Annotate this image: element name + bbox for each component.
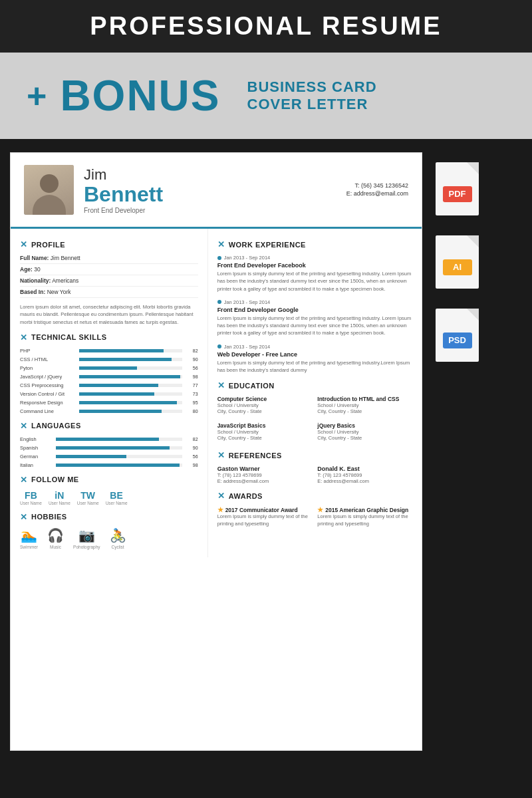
- lang-pct: 98: [185, 463, 198, 467]
- social-item: BE User Name: [106, 490, 128, 505]
- hobby-item: 📷 Pohotography: [73, 527, 100, 549]
- ref-phone: T: (78) 123 4578699: [217, 472, 313, 478]
- avatar-image: [24, 165, 74, 215]
- skills-section-header: ✕ Technical Skills: [20, 332, 198, 342]
- lang-bar-fill: [56, 455, 126, 458]
- ref-email: E: address@email.com: [217, 478, 313, 484]
- lang-bar: [56, 438, 182, 441]
- edu-location: City, Country - State: [217, 435, 313, 441]
- skill-bar: [79, 401, 182, 404]
- edu-entry: Computer Science School / University Cit…: [217, 396, 313, 414]
- hobby-label: Swimmer: [20, 545, 38, 549]
- skill-name: Responsive Design: [20, 400, 76, 406]
- resume-header: Jim Bennett Front End Developer T: (56) …: [11, 153, 422, 229]
- skill-item: Responsive Design 95: [20, 400, 198, 406]
- languages-x-icon: ✕: [20, 421, 27, 431]
- hobby-icon: 🚴: [110, 527, 126, 543]
- name-first: Jim: [84, 166, 336, 184]
- bonus-text: BONUS: [60, 71, 220, 120]
- skill-item: PHP 82: [20, 348, 198, 354]
- award-title: ★ 2015 American Graphic Design: [317, 506, 412, 513]
- follow-title: Follow Me: [31, 475, 79, 483]
- social-label: User Name: [106, 501, 128, 505]
- social-icon: FB: [20, 490, 42, 501]
- social-icon: iN: [49, 490, 70, 501]
- work-x-icon: ✕: [217, 239, 225, 249]
- skill-pct: 77: [185, 383, 198, 388]
- work-dot: [217, 256, 221, 260]
- lang-name: German: [20, 454, 53, 460]
- edu-entry: Introduction to HTML and CSS School / Un…: [317, 396, 412, 414]
- lang-pct: 56: [185, 454, 198, 459]
- social-row: FB User Name iN User Name TW User Name B…: [20, 490, 198, 505]
- hobby-label: Cyclist: [110, 545, 126, 549]
- hobby-row: 🏊 Swimmer 🎧 Music 📷 Pohotography 🚴 Cycli…: [20, 527, 198, 549]
- bonus-line1: BUSINESS CARD: [247, 78, 377, 96]
- skills-x-icon: ✕: [20, 332, 27, 342]
- hobby-item: 🏊 Swimmer: [20, 527, 38, 549]
- skill-item: CSS / HTML 90: [20, 356, 198, 362]
- pdf-badge: PDF: [443, 186, 472, 202]
- work-entry: Jan 2013 - Sep 2014 Web Developer - Free…: [217, 344, 412, 374]
- profile-nationality: Nationality: Americans: [20, 277, 198, 287]
- languages-title: Languages: [31, 422, 81, 430]
- work-date: Jan 2013 - Sep 2014: [217, 299, 412, 305]
- profile-fields: Full Name: Jim Bennett Age: 30 Nationali…: [20, 255, 198, 298]
- psd-file-shape: PSD: [436, 309, 479, 362]
- edu-degree: JavaScript Basics: [217, 422, 313, 429]
- skill-item: Version Control / Git 73: [20, 391, 198, 397]
- skill-name: Version Control / Git: [20, 391, 76, 397]
- edu-school: School / University: [317, 429, 412, 435]
- edu-school: School / University: [317, 402, 412, 408]
- social-icon: TW: [77, 490, 99, 501]
- edu-degree: Introduction to HTML and CSS: [317, 396, 412, 402]
- social-label: User Name: [77, 501, 99, 505]
- skill-bar: [79, 358, 182, 361]
- profile-section-header: ✕ Profile: [20, 239, 198, 249]
- edu-location: City, Country - State: [317, 408, 412, 414]
- work-desc: Lorem Ipsum is simply dummy text of the …: [217, 359, 412, 374]
- hobby-icon: 🏊: [20, 527, 38, 543]
- lang-bar-fill: [56, 446, 170, 450]
- social-item: iN User Name: [49, 490, 70, 505]
- social-item: TW User Name: [77, 490, 99, 505]
- lang-bar-fill: [56, 464, 180, 467]
- hobby-icon: 📷: [73, 527, 100, 543]
- hobbies-title: Hobbies: [31, 513, 67, 521]
- skill-pct: 73: [185, 392, 198, 396]
- lang-pct: 90: [185, 446, 198, 450]
- edu-entry: JavaScript Basics School / University Ci…: [217, 422, 313, 441]
- skill-bar-fill: [79, 366, 137, 370]
- hobby-icon: 🎧: [47, 527, 64, 543]
- resume-card: Jim Bennett Front End Developer T: (56) …: [10, 152, 422, 751]
- hobby-item: 🎧 Music: [47, 527, 64, 549]
- hobby-label: Pohotography: [73, 545, 100, 549]
- award-star-icon: ★: [317, 506, 323, 513]
- skill-pct: 98: [185, 374, 198, 379]
- pdf-file-shape: PDF: [436, 162, 479, 215]
- work-dot: [217, 344, 221, 348]
- language-item: Italian 98: [20, 462, 198, 468]
- edu-degree: Computer Science: [217, 396, 313, 402]
- social-label: User Name: [20, 501, 42, 505]
- work-section-header: ✕ Work Experience: [217, 239, 412, 249]
- resume-left-column: ✕ Profile Full Name: Jim Bennett Age: 30…: [11, 229, 208, 557]
- skill-bar: [79, 410, 182, 413]
- edu-location: City, Country - State: [217, 408, 313, 414]
- avatar: [24, 165, 74, 215]
- follow-x-icon: ✕: [20, 475, 27, 485]
- edu-title: Education: [229, 382, 275, 390]
- bonus-line2: COVER LETTER: [247, 96, 377, 113]
- skill-item: CSS Preprocessing 77: [20, 382, 198, 388]
- ref-phone: T: (78) 123 4578699: [317, 472, 412, 478]
- work-job-title: Web Developer - Free Lance: [217, 351, 412, 358]
- social-label: User Name: [49, 501, 70, 505]
- edu-section-header: ✕ Education: [217, 380, 412, 390]
- resume-body: ✕ Profile Full Name: Jim Bennett Age: 30…: [11, 229, 422, 557]
- bonus-section: + BONUS BUSINESS CARD COVER LETTER: [0, 53, 532, 139]
- profile-bio: Lorem ipsum dolor sit amet, consectetur …: [20, 303, 198, 326]
- name-last: Bennett: [84, 184, 336, 205]
- bonus-subtitle: BUSINESS CARD COVER LETTER: [247, 78, 377, 113]
- skill-name: JavaScript / jQuery: [20, 374, 76, 380]
- languages-section-header: ✕ Languages: [20, 421, 198, 431]
